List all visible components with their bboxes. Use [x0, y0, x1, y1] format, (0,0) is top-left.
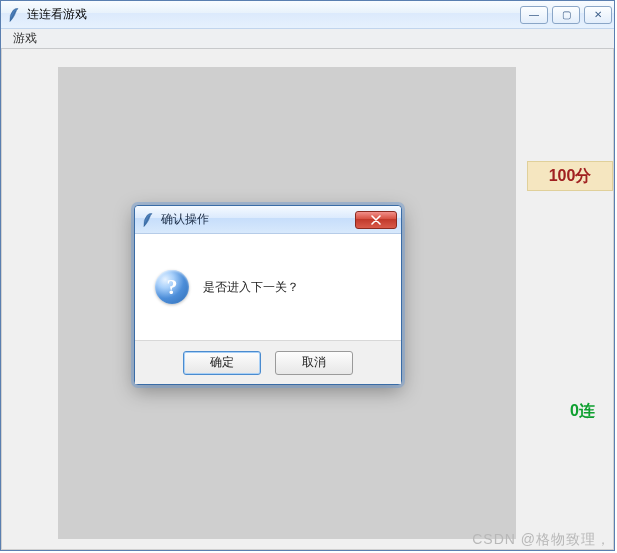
window-controls: — ▢ ✕	[520, 6, 612, 24]
dialog-footer: 确定 取消	[135, 340, 401, 384]
watermark: CSDN @格物致理，	[472, 531, 611, 549]
feather-icon	[141, 212, 155, 228]
close-button[interactable]: ✕	[584, 6, 612, 24]
main-window-title: 连连看游戏	[27, 6, 520, 23]
main-titlebar[interactable]: 连连看游戏 — ▢ ✕	[1, 1, 614, 29]
combo-label: 0连	[570, 401, 595, 422]
main-window: 连连看游戏 — ▢ ✕ 游戏 100分 0连 确认操作	[0, 0, 615, 551]
close-icon	[371, 215, 381, 225]
dialog-body: ? 是否进入下一关？	[135, 234, 401, 340]
client-area: 100分 0连 确认操作 ? 是否进入下一关？ 确定	[1, 49, 614, 550]
feather-icon	[7, 7, 21, 23]
question-icon: ?	[155, 270, 189, 304]
dialog-close-button[interactable]	[355, 211, 397, 229]
score-label: 100分	[527, 161, 613, 191]
menu-game[interactable]: 游戏	[5, 28, 45, 49]
confirm-dialog: 确认操作 ? 是否进入下一关？ 确定 取消	[134, 205, 402, 385]
dialog-titlebar[interactable]: 确认操作	[135, 206, 401, 234]
minimize-button[interactable]: —	[520, 6, 548, 24]
menubar: 游戏	[1, 29, 614, 49]
cancel-button[interactable]: 取消	[275, 351, 353, 375]
dialog-message: 是否进入下一关？	[203, 279, 299, 296]
dialog-title: 确认操作	[161, 211, 355, 228]
ok-button[interactable]: 确定	[183, 351, 261, 375]
maximize-button[interactable]: ▢	[552, 6, 580, 24]
